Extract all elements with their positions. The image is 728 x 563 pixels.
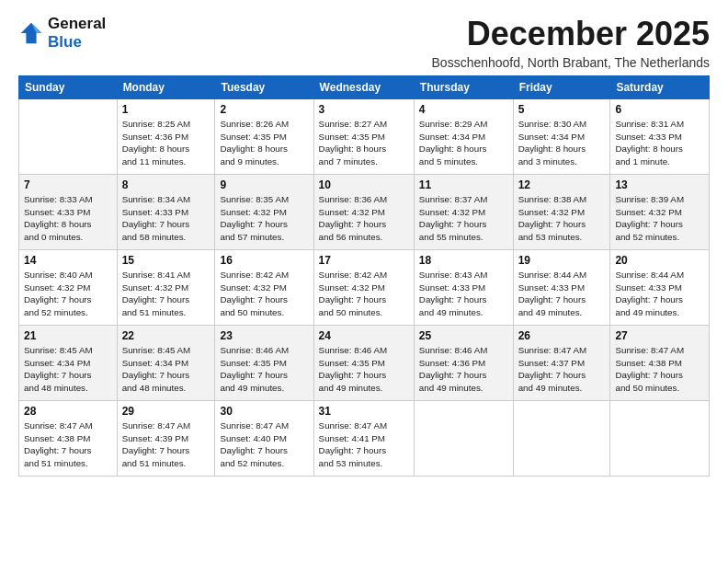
- day-info: Sunrise: 8:40 AMSunset: 4:32 PMDaylight:…: [24, 269, 112, 319]
- day-number: 29: [122, 405, 210, 418]
- day-info: Sunrise: 8:37 AMSunset: 4:32 PMDaylight:…: [419, 193, 508, 244]
- day-info: Sunrise: 8:35 AMSunset: 4:32 PMDaylight:…: [220, 193, 308, 244]
- table-row: 30Sunrise: 8:47 AMSunset: 4:40 PMDayligh…: [215, 401, 313, 477]
- col-friday: Friday: [513, 76, 610, 99]
- day-number: 1: [122, 103, 210, 116]
- table-row: 28Sunrise: 8:47 AMSunset: 4:38 PMDayligh…: [19, 401, 118, 477]
- table-row: 17Sunrise: 8:42 AMSunset: 4:32 PMDayligh…: [313, 250, 414, 326]
- table-row: 6Sunrise: 8:31 AMSunset: 4:33 PMDaylight…: [610, 99, 710, 175]
- table-row: 15Sunrise: 8:41 AMSunset: 4:32 PMDayligh…: [117, 250, 215, 326]
- table-row: 14Sunrise: 8:40 AMSunset: 4:32 PMDayligh…: [19, 250, 118, 326]
- day-number: 11: [419, 178, 508, 191]
- table-row: 16Sunrise: 8:42 AMSunset: 4:32 PMDayligh…: [215, 250, 313, 326]
- header: General Blue December 2025 Bosschenhoofd…: [18, 15, 710, 70]
- table-row: 26Sunrise: 8:47 AMSunset: 4:37 PMDayligh…: [513, 326, 610, 401]
- day-info: Sunrise: 8:47 AMSunset: 4:40 PMDaylight:…: [220, 419, 308, 470]
- location-subtitle: Bosschenhoofd, North Brabant, The Nether…: [432, 55, 710, 70]
- day-number: 27: [615, 329, 704, 342]
- day-number: 17: [319, 254, 409, 267]
- table-row: 2Sunrise: 8:26 AMSunset: 4:35 PMDaylight…: [215, 99, 313, 175]
- day-info: Sunrise: 8:47 AMSunset: 4:38 PMDaylight:…: [24, 419, 112, 470]
- day-number: 18: [419, 254, 508, 267]
- logo-icon: [18, 20, 44, 46]
- day-number: 6: [615, 103, 704, 116]
- table-row: 11Sunrise: 8:37 AMSunset: 4:32 PMDayligh…: [414, 175, 513, 250]
- col-wednesday: Wednesday: [313, 76, 414, 99]
- day-number: 20: [615, 254, 704, 267]
- day-number: 26: [518, 329, 606, 342]
- day-number: 2: [220, 103, 308, 116]
- day-info: Sunrise: 8:25 AMSunset: 4:36 PMDaylight:…: [122, 118, 210, 168]
- table-row: 24Sunrise: 8:46 AMSunset: 4:35 PMDayligh…: [313, 326, 414, 401]
- table-row: 4Sunrise: 8:29 AMSunset: 4:34 PMDaylight…: [414, 99, 513, 175]
- table-row: [610, 401, 710, 477]
- day-info: Sunrise: 8:46 AMSunset: 4:35 PMDaylight:…: [220, 344, 308, 395]
- day-info: Sunrise: 8:26 AMSunset: 4:35 PMDaylight:…: [220, 118, 308, 168]
- day-number: 28: [24, 405, 112, 418]
- day-info: Sunrise: 8:31 AMSunset: 4:33 PMDaylight:…: [615, 118, 704, 168]
- calendar-week-row: 14Sunrise: 8:40 AMSunset: 4:32 PMDayligh…: [19, 250, 710, 326]
- table-row: 8Sunrise: 8:34 AMSunset: 4:33 PMDaylight…: [117, 175, 215, 250]
- day-number: 14: [24, 254, 112, 267]
- table-row: 10Sunrise: 8:36 AMSunset: 4:32 PMDayligh…: [313, 175, 414, 250]
- logo-text: General Blue: [48, 15, 106, 52]
- calendar-header-row: Sunday Monday Tuesday Wednesday Thursday…: [19, 76, 710, 99]
- day-info: Sunrise: 8:46 AMSunset: 4:35 PMDaylight:…: [319, 344, 409, 395]
- day-info: Sunrise: 8:43 AMSunset: 4:33 PMDaylight:…: [419, 269, 508, 319]
- day-number: 4: [419, 103, 508, 116]
- calendar-week-row: 1Sunrise: 8:25 AMSunset: 4:36 PMDaylight…: [19, 99, 710, 175]
- col-saturday: Saturday: [610, 76, 710, 99]
- calendar-week-row: 7Sunrise: 8:33 AMSunset: 4:33 PMDaylight…: [19, 175, 710, 250]
- day-number: 24: [319, 329, 409, 342]
- day-info: Sunrise: 8:33 AMSunset: 4:33 PMDaylight:…: [24, 193, 112, 244]
- table-row: 19Sunrise: 8:44 AMSunset: 4:33 PMDayligh…: [513, 250, 610, 326]
- table-row: 12Sunrise: 8:38 AMSunset: 4:32 PMDayligh…: [513, 175, 610, 250]
- col-monday: Monday: [117, 76, 215, 99]
- day-info: Sunrise: 8:44 AMSunset: 4:33 PMDaylight:…: [518, 269, 606, 319]
- month-title: December 2025: [432, 15, 710, 53]
- day-info: Sunrise: 8:34 AMSunset: 4:33 PMDaylight:…: [122, 193, 210, 244]
- day-number: 8: [122, 178, 210, 191]
- day-info: Sunrise: 8:42 AMSunset: 4:32 PMDaylight:…: [319, 269, 409, 319]
- day-number: 12: [518, 178, 606, 191]
- day-info: Sunrise: 8:47 AMSunset: 4:37 PMDaylight:…: [518, 344, 606, 395]
- calendar-week-row: 21Sunrise: 8:45 AMSunset: 4:34 PMDayligh…: [19, 326, 710, 401]
- logo: General Blue: [18, 15, 106, 52]
- title-block: December 2025 Bosschenhoofd, North Braba…: [432, 15, 710, 70]
- day-number: 23: [220, 329, 308, 342]
- day-number: 19: [518, 254, 606, 267]
- day-number: 7: [24, 178, 112, 191]
- day-number: 22: [122, 329, 210, 342]
- calendar-week-row: 28Sunrise: 8:47 AMSunset: 4:38 PMDayligh…: [19, 401, 710, 477]
- day-number: 15: [122, 254, 210, 267]
- day-info: Sunrise: 8:30 AMSunset: 4:34 PMDaylight:…: [518, 118, 606, 168]
- table-row: 18Sunrise: 8:43 AMSunset: 4:33 PMDayligh…: [414, 250, 513, 326]
- table-row: 27Sunrise: 8:47 AMSunset: 4:38 PMDayligh…: [610, 326, 710, 401]
- table-row: 23Sunrise: 8:46 AMSunset: 4:35 PMDayligh…: [215, 326, 313, 401]
- day-number: 31: [319, 405, 409, 418]
- table-row: 29Sunrise: 8:47 AMSunset: 4:39 PMDayligh…: [117, 401, 215, 477]
- day-number: 10: [319, 178, 409, 191]
- table-row: 21Sunrise: 8:45 AMSunset: 4:34 PMDayligh…: [19, 326, 118, 401]
- table-row: [513, 401, 610, 477]
- col-tuesday: Tuesday: [215, 76, 313, 99]
- day-number: 5: [518, 103, 606, 116]
- table-row: 3Sunrise: 8:27 AMSunset: 4:35 PMDaylight…: [313, 99, 414, 175]
- day-info: Sunrise: 8:44 AMSunset: 4:33 PMDaylight:…: [615, 269, 704, 319]
- day-info: Sunrise: 8:47 AMSunset: 4:39 PMDaylight:…: [122, 419, 210, 470]
- day-number: 16: [220, 254, 308, 267]
- table-row: 7Sunrise: 8:33 AMSunset: 4:33 PMDaylight…: [19, 175, 118, 250]
- table-row: 1Sunrise: 8:25 AMSunset: 4:36 PMDaylight…: [117, 99, 215, 175]
- table-row: 9Sunrise: 8:35 AMSunset: 4:32 PMDaylight…: [215, 175, 313, 250]
- col-thursday: Thursday: [414, 76, 513, 99]
- day-info: Sunrise: 8:36 AMSunset: 4:32 PMDaylight:…: [319, 193, 409, 244]
- table-row: 22Sunrise: 8:45 AMSunset: 4:34 PMDayligh…: [117, 326, 215, 401]
- table-row: 20Sunrise: 8:44 AMSunset: 4:33 PMDayligh…: [610, 250, 710, 326]
- day-number: 21: [24, 329, 112, 342]
- table-row: 31Sunrise: 8:47 AMSunset: 4:41 PMDayligh…: [313, 401, 414, 477]
- table-row: [414, 401, 513, 477]
- day-info: Sunrise: 8:45 AMSunset: 4:34 PMDaylight:…: [24, 344, 112, 395]
- day-info: Sunrise: 8:46 AMSunset: 4:36 PMDaylight:…: [419, 344, 508, 395]
- day-info: Sunrise: 8:45 AMSunset: 4:34 PMDaylight:…: [122, 344, 210, 395]
- day-info: Sunrise: 8:39 AMSunset: 4:32 PMDaylight:…: [615, 193, 704, 244]
